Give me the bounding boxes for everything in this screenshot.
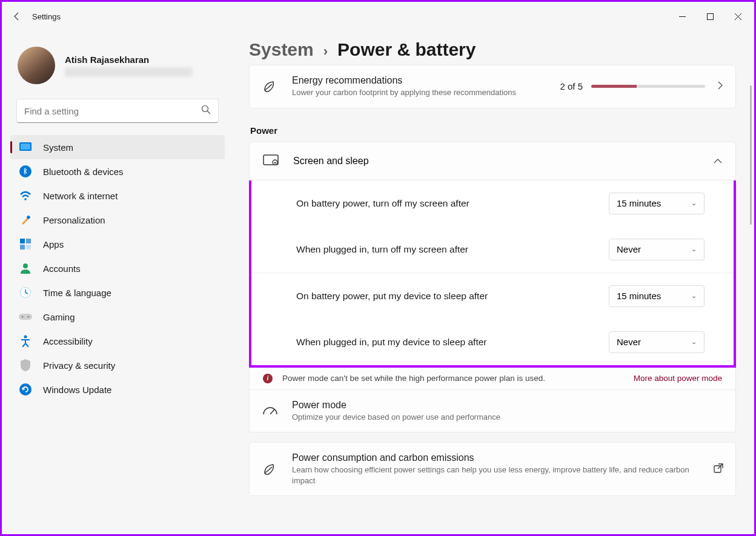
nav-item-accessibility[interactable]: Accessibility (10, 329, 225, 353)
nav-item-network[interactable]: Network & internet (10, 184, 225, 208)
svg-point-21 (24, 336, 27, 339)
screen-icon (263, 154, 280, 168)
card-subtitle: Lower your carbon footprint by applying … (292, 87, 560, 98)
setting-label: On battery power, put my device to sleep… (296, 291, 609, 302)
update-icon (19, 383, 32, 396)
chevron-down-icon: ⌄ (691, 199, 697, 207)
screen-sleep-expander[interactable]: Screen and sleep (249, 142, 736, 180)
svg-rect-13 (20, 245, 25, 250)
nav-item-bluetooth[interactable]: Bluetooth & devices (10, 159, 225, 184)
nav-label: Bluetooth & devices (43, 167, 124, 177)
chevron-down-icon: ⌄ (691, 245, 697, 253)
nav-label: Accounts (43, 263, 81, 274)
chevron-right-icon: › (323, 44, 328, 59)
dropdown-value: 15 minutes (617, 291, 691, 301)
energy-progress (591, 85, 705, 88)
nav-label: Apps (43, 239, 64, 250)
svg-rect-14 (26, 245, 31, 250)
svg-point-15 (23, 263, 28, 268)
nav: System Bluetooth & devices Network & int… (10, 135, 225, 402)
svg-rect-7 (21, 144, 30, 150)
sidebar: Atish Rajasekharan System Bluetooth & de… (2, 31, 232, 534)
maximize-button[interactable] (696, 7, 724, 26)
search-box[interactable] (16, 99, 219, 123)
leaf-icon (262, 79, 279, 94)
nav-label: Network & internet (43, 191, 118, 201)
section-header-power: Power (250, 125, 736, 136)
close-button[interactable] (724, 7, 752, 26)
screen-sleep-settings: On battery power, turn off my screen aft… (249, 180, 736, 368)
nav-label: Personalization (43, 215, 105, 225)
chevron-up-icon (714, 156, 722, 167)
nav-item-update[interactable]: Windows Update (10, 377, 225, 402)
apps-icon (19, 237, 32, 251)
svg-rect-11 (20, 239, 25, 243)
card-subtitle: Optimize your device based on power use … (292, 412, 723, 423)
clock-icon (19, 286, 32, 299)
setting-plugged-sleep: When plugged in, put my device to sleep … (251, 319, 734, 365)
main-content: System › Power & battery Energy recommen… (232, 31, 754, 534)
nav-label: Privacy & security (43, 360, 115, 371)
dropdown-battery-screen[interactable]: 15 minutes ⌄ (609, 193, 705, 214)
nav-item-privacy[interactable]: Privacy & security (10, 353, 225, 377)
page-title: Power & battery (337, 39, 476, 60)
profile-block[interactable]: Atish Rajasekharan (10, 42, 225, 95)
brush-icon (19, 213, 32, 227)
search-input[interactable] (24, 106, 201, 116)
chevron-down-icon: ⌄ (691, 292, 697, 300)
svg-rect-1 (707, 13, 713, 19)
svg-point-22 (19, 383, 31, 395)
card-title: Power mode (292, 400, 723, 411)
dropdown-battery-sleep[interactable]: 15 minutes ⌄ (609, 285, 705, 307)
nav-label: Windows Update (43, 385, 111, 395)
nav-item-apps[interactable]: Apps (10, 232, 225, 256)
breadcrumb: System › Power & battery (249, 39, 736, 60)
scrollbar[interactable] (750, 85, 752, 225)
setting-label: When plugged in, put my device to sleep … (296, 337, 609, 348)
profile-name: Atish Rajasekharan (65, 55, 192, 65)
dropdown-value: Never (617, 244, 691, 254)
avatar (18, 47, 55, 84)
nav-item-time[interactable]: Time & language (10, 280, 225, 305)
card-title: Energy recommendations (292, 75, 560, 86)
info-error-icon (263, 374, 273, 383)
nav-item-gaming[interactable]: Gaming (10, 305, 225, 329)
bluetooth-icon (19, 165, 32, 178)
dropdown-plugged-screen[interactable]: Never ⌄ (609, 239, 705, 260)
settings-window: Settings Atish Rajasekharan (2, 2, 754, 534)
nav-item-accounts[interactable]: Accounts (10, 256, 225, 280)
dropdown-value: Never (617, 337, 691, 347)
carbon-emissions-card[interactable]: Power consumption and carbon emissions L… (249, 442, 736, 496)
dropdown-value: 15 minutes (617, 198, 691, 208)
gamepad-icon (19, 310, 32, 323)
svg-rect-12 (26, 239, 31, 243)
card-title: Power consumption and carbon emissions (292, 452, 706, 463)
leaf-icon (262, 462, 279, 477)
nav-label: Gaming (43, 312, 75, 322)
titlebar: Settings (2, 2, 754, 31)
setting-plugged-screen: When plugged in, turn off my screen afte… (251, 227, 734, 273)
breadcrumb-parent[interactable]: System (249, 39, 314, 60)
nav-label: Time & language (43, 288, 111, 298)
notice-text: Power mode can't be set while the high p… (282, 374, 634, 383)
search-icon (201, 105, 211, 117)
nav-label: System (43, 142, 73, 153)
power-mode-card: Power mode Optimize your device based on… (249, 390, 736, 433)
svg-rect-18 (19, 314, 32, 320)
svg-line-5 (208, 111, 211, 114)
setting-label: On battery power, turn off my screen aft… (296, 198, 609, 209)
nav-item-system[interactable]: System (10, 135, 225, 159)
more-about-power-mode-link[interactable]: More about power mode (634, 374, 722, 383)
wifi-icon (19, 189, 32, 202)
card-subtitle: Learn how choosing efficient power setti… (292, 465, 706, 486)
person-icon (19, 262, 32, 275)
chevron-right-icon (717, 81, 723, 92)
back-button[interactable] (4, 2, 30, 31)
nav-item-personalization[interactable]: Personalization (10, 208, 225, 232)
window-title: Settings (30, 12, 61, 21)
minimize-button[interactable] (668, 7, 696, 26)
dropdown-plugged-sleep[interactable]: Never ⌄ (609, 331, 705, 353)
system-icon (19, 141, 32, 154)
nav-label: Accessibility (43, 336, 93, 346)
energy-recommendations-card[interactable]: Energy recommendations Lower your carbon… (249, 65, 736, 108)
